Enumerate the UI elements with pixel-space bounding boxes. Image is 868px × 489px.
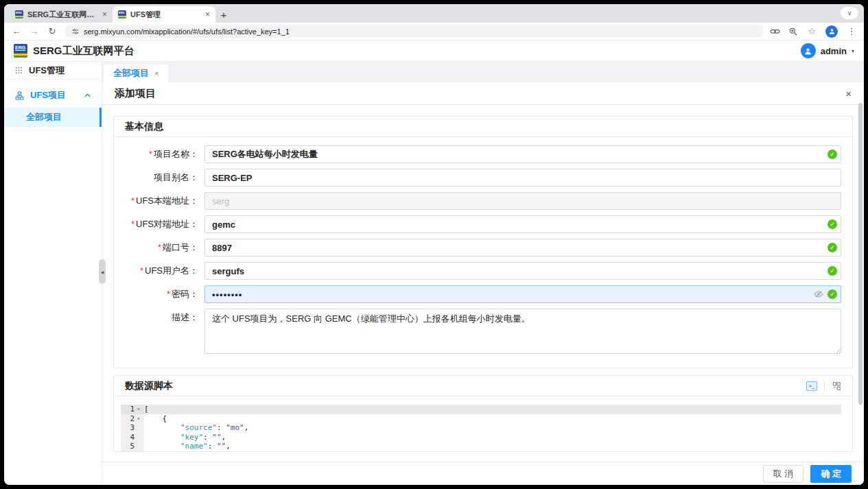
sidebar-group-ufs-projects[interactable]: UFS项目 bbox=[4, 85, 102, 106]
fold-arrow-icon bbox=[134, 423, 143, 433]
user-avatar[interactable] bbox=[801, 43, 816, 58]
required-marker: * bbox=[167, 289, 170, 299]
tab-search-chevron-icon[interactable]: ∨ bbox=[841, 7, 858, 19]
site-settings-icon[interactable] bbox=[71, 27, 80, 36]
main-area: UFS管理 UFS项目 全部项目 ◀ 全部项目 × 添加项目 bbox=[4, 62, 864, 485]
page-tab-close-icon[interactable]: × bbox=[154, 69, 159, 77]
sidebar-section-label: UFS管理 bbox=[29, 64, 64, 77]
valid-check-icon: ✓ bbox=[828, 150, 837, 159]
terminal-icon[interactable]: >_ bbox=[806, 381, 817, 391]
app-title: SERG工业互联网平台 bbox=[33, 45, 134, 58]
browser-tabstrip: SERG工业互联网平台 × UFS管理 × + ∨ bbox=[4, 4, 864, 23]
field-label: 项目名称： bbox=[154, 149, 198, 159]
url-text[interactable]: serg.mixyun.com/mixapplication/#/ufs/ufs… bbox=[84, 27, 290, 36]
code-line[interactable]: 1▾[ bbox=[121, 405, 841, 414]
form-row-password: *密码： ✓ bbox=[121, 285, 841, 303]
field-label: UFS对端地址： bbox=[136, 219, 198, 229]
app-header: SERG工业互联网平台 admin ▾ bbox=[4, 40, 864, 62]
toolbar-right: ☆ ⋮ bbox=[770, 25, 857, 38]
site-favicon bbox=[118, 10, 126, 19]
drawer-close-icon[interactable]: × bbox=[845, 88, 852, 99]
page-tab-all-projects[interactable]: 全部项目 × bbox=[104, 64, 168, 82]
field-label: 项目别名： bbox=[154, 172, 198, 182]
username[interactable]: admin bbox=[821, 46, 847, 56]
form-row-ufs-remote-address: *UFS对端地址： ✓ bbox=[121, 215, 841, 233]
back-icon[interactable]: ← bbox=[11, 26, 22, 36]
required-marker: * bbox=[131, 196, 134, 206]
add-project-drawer: 添加项目 × 基本信息 *项目名称： bbox=[102, 82, 864, 485]
reload-icon[interactable]: ↻ bbox=[47, 26, 58, 36]
valid-check-icon: ✓ bbox=[828, 266, 837, 276]
valid-check-icon: ✓ bbox=[828, 289, 837, 299]
browser-menu-icon[interactable]: ⋮ bbox=[846, 26, 857, 36]
grid-icon bbox=[15, 67, 23, 74]
fold-arrow-icon[interactable]: ▾ bbox=[134, 414, 143, 424]
code-line[interactable]: 4 "key": "", bbox=[121, 433, 841, 442]
field-label: 端口号： bbox=[163, 242, 198, 252]
required-marker: * bbox=[158, 243, 161, 252]
sidebar-group-label: UFS项目 bbox=[30, 89, 78, 102]
port-input[interactable] bbox=[204, 239, 841, 257]
divider bbox=[824, 382, 825, 390]
ufs-remote-address-input[interactable] bbox=[204, 215, 841, 233]
code-line[interactable]: 3 "source": "mo", bbox=[121, 423, 841, 433]
tab-close-icon[interactable]: × bbox=[205, 10, 210, 19]
browser-window: SERG工业互联网平台 × UFS管理 × + ∨ ← → ↻ serg.mix… bbox=[4, 4, 864, 485]
datasource-script-header: 数据源脚本 >_ bbox=[114, 376, 852, 396]
field-label: UFS本端地址： bbox=[136, 195, 198, 206]
cancel-button[interactable]: 取 消 bbox=[763, 465, 804, 483]
new-tab-button[interactable]: + bbox=[215, 6, 232, 23]
site-favicon bbox=[15, 10, 23, 19]
chevron-down-icon[interactable]: ▾ bbox=[852, 48, 854, 54]
drawer-body: 基本信息 *项目名称： ✓ 项目别名： bbox=[102, 105, 864, 462]
description-textarea[interactable]: 这个 UFS项目为，SERG 向 GEMC（绿能管理中心）上报各机组每小时发电量… bbox=[204, 309, 841, 354]
fold-arrow-icon bbox=[134, 433, 143, 442]
code-line[interactable]: 5 "name": "", bbox=[121, 442, 841, 451]
zoom-icon[interactable] bbox=[788, 27, 798, 36]
basic-info-card: 基本信息 *项目名称： ✓ 项目别名： bbox=[113, 116, 853, 368]
chevron-up-icon[interactable] bbox=[84, 93, 91, 97]
form-row-description: 描述： 这个 UFS项目为，SERG 向 GEMC（绿能管理中心）上报各机组每小… bbox=[121, 309, 841, 354]
person-icon bbox=[828, 27, 836, 35]
tab-title: SERG工业互联网平台 bbox=[27, 10, 98, 20]
datasource-script-body: 1▾[2▾ {3 "source": "mo",4 "key": "",5 "n… bbox=[114, 405, 852, 451]
sidebar-item-all-projects[interactable]: 全部项目 bbox=[4, 108, 102, 127]
password-input[interactable] bbox=[204, 285, 841, 303]
vertical-scrollbar[interactable] bbox=[858, 103, 863, 405]
code-lines: 1▾[2▾ {3 "source": "mo",4 "key": "",5 "n… bbox=[121, 405, 841, 451]
browser-tab-ufs[interactable]: UFS管理 × bbox=[113, 6, 215, 23]
fold-arrow-icon[interactable]: ▾ bbox=[134, 405, 143, 414]
org-tree-icon bbox=[15, 91, 24, 100]
basic-info-body: *项目名称： ✓ 项目别名： bbox=[114, 137, 852, 368]
section-title: 基本信息 bbox=[125, 121, 841, 133]
sidebar-section-ufs-admin[interactable]: UFS管理 bbox=[4, 62, 102, 80]
required-marker: * bbox=[140, 266, 143, 276]
user-menu[interactable]: admin ▾ bbox=[801, 43, 854, 58]
project-alias-input[interactable] bbox=[204, 169, 841, 187]
link-icon[interactable] bbox=[770, 26, 780, 36]
form-row-ufs-local-address: *UFS本端地址： bbox=[121, 192, 841, 210]
bookmark-star-icon[interactable]: ☆ bbox=[806, 26, 817, 36]
valid-check-icon: ✓ bbox=[828, 243, 837, 252]
content-area: ◀ 全部项目 × 添加项目 × 基本信息 bbox=[102, 62, 864, 485]
confirm-button[interactable]: 确 定 bbox=[810, 465, 852, 483]
browser-tab-serg[interactable]: SERG工业互联网平台 × bbox=[10, 6, 113, 23]
format-code-icon[interactable] bbox=[832, 381, 841, 391]
form-row-project-alias: 项目别名： bbox=[121, 169, 841, 187]
page-tab-label: 全部项目 bbox=[113, 67, 149, 80]
profile-avatar[interactable] bbox=[825, 25, 838, 38]
url-bar[interactable]: serg.mixyun.com/mixapplication/#/ufs/ufs… bbox=[64, 25, 763, 38]
eye-invisible-icon[interactable] bbox=[814, 289, 823, 302]
field-label: 密码： bbox=[172, 289, 198, 299]
code-editor[interactable]: 1▾[2▾ {3 "source": "mo",4 "key": "",5 "n… bbox=[121, 405, 841, 451]
ufs-username-input[interactable] bbox=[204, 262, 841, 280]
valid-check-icon: ✓ bbox=[828, 219, 837, 229]
person-icon bbox=[804, 47, 812, 56]
code-line[interactable]: 2▾ { bbox=[121, 414, 841, 424]
sidebar-collapse-handle[interactable]: ◀ bbox=[99, 259, 106, 284]
tab-close-icon[interactable]: × bbox=[102, 10, 107, 19]
collapse-arrow-icon: ◀ bbox=[101, 270, 104, 274]
project-name-input[interactable] bbox=[204, 145, 841, 163]
page-tab-bar: 全部项目 × bbox=[102, 62, 864, 82]
forward-icon[interactable]: → bbox=[29, 26, 40, 36]
